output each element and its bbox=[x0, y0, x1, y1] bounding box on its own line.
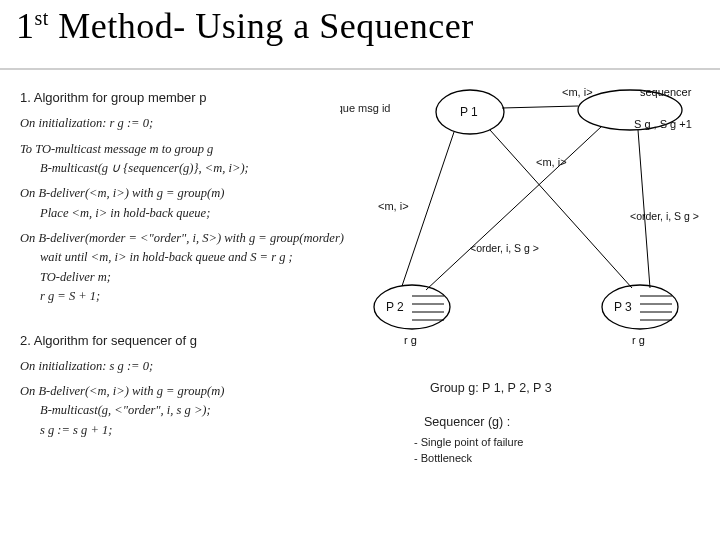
edge-seq-p2 bbox=[426, 126, 602, 290]
init-value: r g := 0; bbox=[110, 116, 154, 130]
edge-p1-p2 bbox=[402, 132, 454, 286]
algorithm-text: 1. Algorithm for group member p On initi… bbox=[20, 88, 350, 446]
mi-label-left: <m, i> bbox=[378, 200, 409, 212]
algo-heading-1: 1. Algorithm for group member p bbox=[20, 88, 350, 108]
init2-label: On initialization: bbox=[20, 359, 106, 373]
bdeliver1-label: On B-deliver(<m, i>) with g = group(m) bbox=[20, 184, 350, 203]
mi-label-top: <m, i> bbox=[562, 86, 593, 98]
title-divider bbox=[0, 68, 720, 70]
edge-seq-p3 bbox=[638, 130, 650, 288]
seq-l1: B-multicast(g, <"order", i, s g >); bbox=[20, 401, 350, 420]
order-label-center: <order, i, S g > bbox=[470, 242, 539, 254]
algo-heading-2: 2. Algorithm for sequencer of g bbox=[20, 331, 350, 351]
unique-msg-id-label: unique msg id bbox=[340, 102, 391, 114]
mi-label-mid: <m, i> bbox=[536, 156, 567, 168]
diagram: unique msg id <m, i> sequencer S g , S g… bbox=[340, 82, 720, 512]
order-label-right: <order, i, S g > bbox=[630, 210, 699, 222]
p1-label: P 1 bbox=[460, 105, 478, 119]
sg-update-label: S g , S g +1 bbox=[634, 118, 692, 130]
edge-p1-sequencer bbox=[502, 106, 578, 108]
sequencer-g-line: Sequencer (g) : bbox=[424, 415, 510, 429]
p3-label: P 3 bbox=[614, 300, 632, 314]
edge-p1-p3 bbox=[490, 130, 632, 288]
init2-value: s g := 0; bbox=[110, 359, 154, 373]
p2-label: P 2 bbox=[386, 300, 404, 314]
bdeliver2-l3: r g = S + 1; bbox=[20, 287, 350, 306]
seq-label: On B-deliver(<m, i>) with g = group(m) bbox=[20, 382, 350, 401]
bdeliver2-label: On B-deliver(morder = <"order", i, S>) w… bbox=[20, 229, 350, 248]
init-label: On initialization: bbox=[20, 116, 106, 130]
p3-rg: r g bbox=[632, 334, 645, 346]
to-multicast-body: B-multicast(g ∪ {sequencer(g)}, <m, i>); bbox=[20, 159, 350, 178]
to-multicast-label: To TO-multicast message m to group g bbox=[20, 140, 350, 159]
title-ordinal: 1 bbox=[16, 8, 35, 46]
seq-l2: s g := s g + 1; bbox=[20, 421, 350, 440]
bullet-1: - Single point of failure bbox=[414, 436, 523, 448]
slide-title: 1st Method- Using a Sequencer bbox=[16, 8, 474, 46]
bullet-2: - Bottleneck bbox=[414, 452, 473, 464]
group-line: Group g: P 1, P 2, P 3 bbox=[430, 381, 552, 395]
bdeliver2-l2: TO-deliver m; bbox=[20, 268, 350, 287]
bdeliver2-l1: wait until <m, i> in hold-back queue and… bbox=[20, 248, 350, 267]
sequencer-label: sequencer bbox=[640, 86, 692, 98]
p2-rg: r g bbox=[404, 334, 417, 346]
title-rest: Method- Using a Sequencer bbox=[49, 6, 474, 46]
title-superscript: st bbox=[35, 7, 49, 29]
bdeliver1-body: Place <m, i> in hold-back queue; bbox=[20, 204, 350, 223]
